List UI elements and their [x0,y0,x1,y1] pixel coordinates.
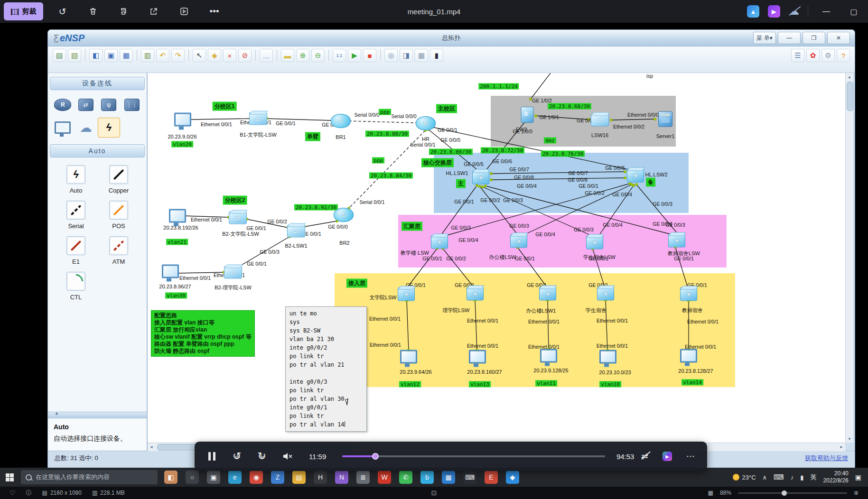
device-wlan[interactable]: ψ [98,95,120,115]
ensp-close-button[interactable]: ✕ [827,32,850,44]
device-hub[interactable]: ⋮⋮ [121,95,143,115]
topology-node-pc-vlan11[interactable] [540,349,557,363]
annotation-label[interactable]: vlan21 [166,239,188,245]
more-icon[interactable]: ••• [204,2,225,21]
topology-node-b2-lixueyuan-lsw[interactable]: ⇄ [224,266,242,279]
redo-button[interactable]: ↷ [171,49,185,62]
taskbar-app-9[interactable]: ≣ [356,471,370,484]
annotation-label[interactable]: 汇聚层 [401,222,422,231]
annotation-label[interactable]: 200.1.1.1/24 [478,83,519,90]
annotation-label[interactable]: 20.23.8.88/30 [365,131,409,137]
topology-node-server1[interactable]: .COM [658,111,672,127]
topology-node-lixueyuan-lsw[interactable]: ✳ [467,287,484,301]
annotation-label[interactable]: 核心交换层 [421,158,454,167]
device-switch[interactable]: ⇄ [75,95,97,115]
clipchamp-app-icon[interactable]: ▶ [768,5,780,18]
topology-node-b2-lsw1[interactable]: ⇄ [287,225,305,238]
taskbar-clock[interactable]: 20:40 2022/8/26 [823,470,848,484]
connection-type-serial[interactable]: Serial [55,201,97,230]
ensp-minimize-button[interactable]: — [778,32,801,44]
taskbar-app-11[interactable]: ✆ [399,471,412,484]
taskbar-search[interactable]: 在这里输入你要搜索的内容 [21,470,158,484]
photos-app-icon[interactable]: ▲ [747,5,759,18]
topology-node-pc-branch2a[interactable] [169,209,186,223]
annotation-label[interactable]: vlan12 [399,381,421,388]
connection-type-atm[interactable]: ATM [97,236,140,265]
device-connection[interactable]: ϟ [98,118,120,138]
ellipsis-button[interactable]: … [260,49,273,62]
topology-node-pc-vlan14[interactable] [680,349,697,363]
topology-node-pc-branch2b[interactable] [162,265,179,278]
taskbar-app-1[interactable]: ○ [186,471,199,484]
panel-splitter[interactable] [48,412,147,418]
device-cloud[interactable]: ☁ [75,118,97,138]
topology-node-jiaoxuelou-lsw[interactable]: ✳ [431,235,448,249]
annotation-label[interactable]: 20.23.8.68/30 [548,103,591,110]
topology-node-xueshengsushe-lsw[interactable]: ✳ [586,236,603,250]
annotation-label[interactable]: 接入层 [346,279,367,288]
edit-clipchamp-button[interactable]: ▶ [663,452,672,461]
connection-type-pos[interactable]: POS [97,201,140,230]
open-video-icon[interactable] [173,2,195,21]
topology-node-pc-branch1[interactable] [174,113,191,127]
console-button[interactable]: ▮ [430,49,443,62]
open-topo-button[interactable]: ▧ [68,49,81,62]
topology-canvas[interactable]: 配置思路接入层配置 vlan 接口等汇聚层 放行相应vlan核心sw vlani… [148,73,845,443]
taskbar-app-3[interactable]: e [228,471,242,484]
annotation-label[interactable]: 分校区1 [213,102,237,111]
annotation-label[interactable]: 备 [646,178,655,187]
grid-button[interactable]: ▦ [415,49,428,62]
topology-node-pc-vlan10[interactable] [599,350,616,364]
mute-button[interactable] [282,452,293,461]
topology-node-pc-vlan13[interactable] [469,350,486,364]
keyboard-tray-icon[interactable]: ⌨ [774,473,784,481]
tray-expand-icon[interactable]: ∧ [763,474,767,481]
annotation-label[interactable]: ppp [372,157,384,164]
taskbar-app-5[interactable]: Z [271,471,284,484]
taskbar-app-14[interactable]: ⌨ [463,471,476,484]
maximize-button[interactable]: ▢ [844,2,863,21]
zoom-slider[interactable] [738,492,847,494]
connection-type-ctl[interactable]: CTL [55,272,97,301]
connection-type-copper[interactable]: Copper [97,165,140,194]
annotation-label[interactable]: 20.23.8.80/30 [429,149,473,155]
topology-node-b1-wenxueyuan-lsw[interactable]: ⇄ [249,112,267,125]
progress-bar[interactable] [342,455,605,457]
packet-capture-button[interactable]: ◎ [384,49,398,62]
start-button[interactable] [0,468,19,487]
save-button[interactable]: ▣ [104,49,118,62]
config-notes[interactable]: 配置思路接入层配置 vlan 接口等汇聚层 放行相应vlan核心sw vlani… [151,310,255,357]
topology-node-hr[interactable]: ↻ [416,116,436,130]
new-topo-button[interactable]: ▤ [53,49,66,62]
annotation-label[interactable]: 20.23.8.72/30 [481,148,524,154]
topology-node-bangonglou-lsw[interactable]: ✳ [510,234,527,248]
stop-device-button[interactable]: ■ [363,49,376,62]
taskbar-app-8[interactable]: N [335,471,348,484]
topology-node-bangonglou-lsw1[interactable]: ✳ [539,287,556,301]
annotation-label[interactable]: 20.23.8.92/30 [294,204,338,211]
topology-node-lsw16[interactable]: ⇄ [591,114,609,127]
annotation-label[interactable]: 20.23.8.76/30 [541,151,585,157]
delete-icon[interactable] [82,2,104,21]
annotation-label[interactable]: vlan10 [599,381,621,388]
rewind-10-button[interactable]: ↺10 [233,450,241,462]
settings-button[interactable]: ⚙ [821,49,835,62]
device-pc[interactable] [52,118,74,138]
volume-tray-icon[interactable]: ♪ [791,474,794,481]
repeat-off-icon[interactable]: ⇄ [641,451,648,462]
topology-node-hl-lsw2[interactable]: ✳ [627,169,644,183]
taskbar-app-2[interactable]: ▣ [207,471,220,484]
annotation-label[interactable]: vlan20 [171,141,193,148]
save-image-button[interactable]: ◧ [89,49,103,62]
zoom-in-button[interactable]: ⊕ [296,49,309,62]
message-button[interactable]: ☰ [791,49,804,62]
onedrive-disconnected-icon[interactable]: ☁ [789,5,799,18]
connection-mode-header[interactable]: Auto [50,144,145,157]
topology-node-br2[interactable]: ↻ [334,208,354,222]
taskbar-app-16[interactable]: ◆ [506,471,519,484]
help-feedback-link[interactable]: 获取帮助与反馈 [805,454,848,462]
ensp-restore-button[interactable]: ❐ [803,32,825,44]
progress-knob[interactable] [372,453,379,460]
pan-button[interactable]: ◈ [208,49,221,62]
topology-node-wenxueyuan-lsw[interactable]: ✳ [398,287,415,301]
